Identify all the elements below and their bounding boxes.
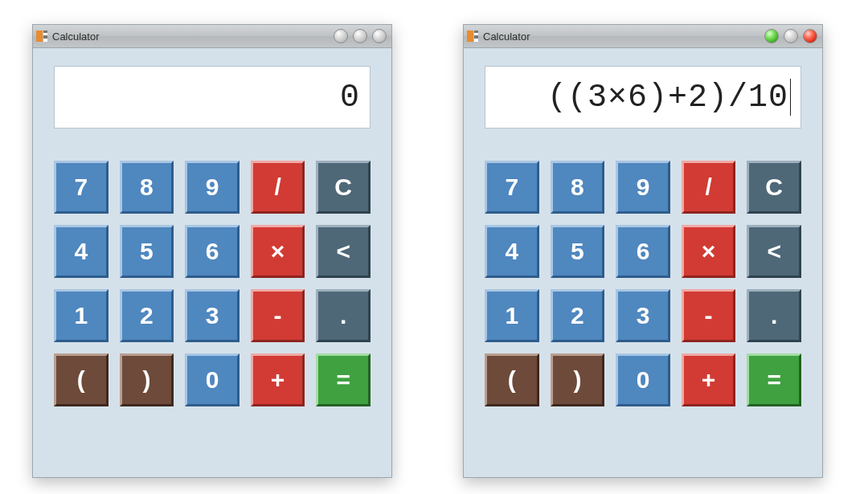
calculator-window: Calculator 0 789/C456×<123-.()0+= <box>32 24 392 478</box>
key-4[interactable]: 4 <box>54 225 108 278</box>
window-button-1[interactable] <box>334 29 348 43</box>
key-3[interactable]: 3 <box>185 289 240 342</box>
key-plus[interactable]: + <box>251 353 305 406</box>
key-7[interactable]: 7 <box>54 161 108 214</box>
calculator-body: ((3×6)+2)/10 789/C456×<123-.()0+= <box>464 48 822 423</box>
key-9[interactable]: 9 <box>185 161 240 214</box>
keypad: 789/C456×<123-.()0+= <box>485 161 801 406</box>
key-equals[interactable]: = <box>316 353 371 406</box>
window-button-maximize[interactable] <box>784 29 798 43</box>
titlebar[interactable]: Calculator <box>464 25 822 48</box>
window-button-3[interactable] <box>372 29 387 43</box>
key-equals[interactable]: = <box>747 353 801 406</box>
display[interactable]: ((3×6)+2)/10 <box>485 66 801 129</box>
key-open-paren[interactable]: ( <box>485 353 539 406</box>
window-title: Calculator <box>52 31 100 43</box>
key-open-paren[interactable]: ( <box>54 353 108 406</box>
key-minus[interactable]: - <box>251 289 305 342</box>
key-multiply[interactable]: × <box>682 225 736 278</box>
key-5[interactable]: 5 <box>551 225 605 278</box>
key-0[interactable]: 0 <box>185 353 240 406</box>
key-2[interactable]: 2 <box>120 289 174 342</box>
key-decimal[interactable]: . <box>316 289 371 342</box>
key-5[interactable]: 5 <box>120 225 174 278</box>
key-6[interactable]: 6 <box>185 225 240 278</box>
display-value: 0 <box>340 80 360 116</box>
key-minus[interactable]: - <box>682 289 736 342</box>
key-plus[interactable]: + <box>682 353 736 406</box>
app-icon <box>36 31 47 42</box>
window-controls <box>334 29 387 43</box>
key-1[interactable]: 1 <box>54 289 108 342</box>
key-clear[interactable]: C <box>316 161 371 214</box>
window-title: Calculator <box>483 31 530 43</box>
app-icon <box>467 31 478 42</box>
calculator-window: Calculator ((3×6)+2)/10 789/C456×<123-.(… <box>463 24 823 478</box>
key-3[interactable]: 3 <box>616 289 670 342</box>
key-multiply[interactable]: × <box>251 225 305 278</box>
key-0[interactable]: 0 <box>616 353 670 406</box>
key-4[interactable]: 4 <box>485 225 539 278</box>
window-button-minimize[interactable] <box>764 29 779 43</box>
calculator-body: 0 789/C456×<123-.()0+= <box>33 48 391 423</box>
keypad: 789/C456×<123-.()0+= <box>54 161 371 406</box>
key-backspace[interactable]: < <box>316 225 371 278</box>
key-clear[interactable]: C <box>747 161 801 214</box>
key-2[interactable]: 2 <box>551 289 605 342</box>
window-controls <box>764 29 817 43</box>
key-backspace[interactable]: < <box>747 225 801 278</box>
display[interactable]: 0 <box>54 66 371 129</box>
key-9[interactable]: 9 <box>616 161 670 214</box>
key-close-paren[interactable]: ) <box>551 353 605 406</box>
key-8[interactable]: 8 <box>120 161 174 214</box>
key-close-paren[interactable]: ) <box>120 353 174 406</box>
key-decimal[interactable]: . <box>747 289 801 342</box>
titlebar[interactable]: Calculator <box>33 25 391 48</box>
key-6[interactable]: 6 <box>616 225 670 278</box>
key-7[interactable]: 7 <box>485 161 539 214</box>
key-divide[interactable]: / <box>251 161 305 214</box>
window-button-close[interactable] <box>803 29 817 43</box>
window-button-2[interactable] <box>353 29 367 43</box>
key-8[interactable]: 8 <box>551 161 605 214</box>
key-1[interactable]: 1 <box>485 289 539 342</box>
key-divide[interactable]: / <box>682 161 736 214</box>
display-value: ((3×6)+2)/10 <box>547 80 788 116</box>
